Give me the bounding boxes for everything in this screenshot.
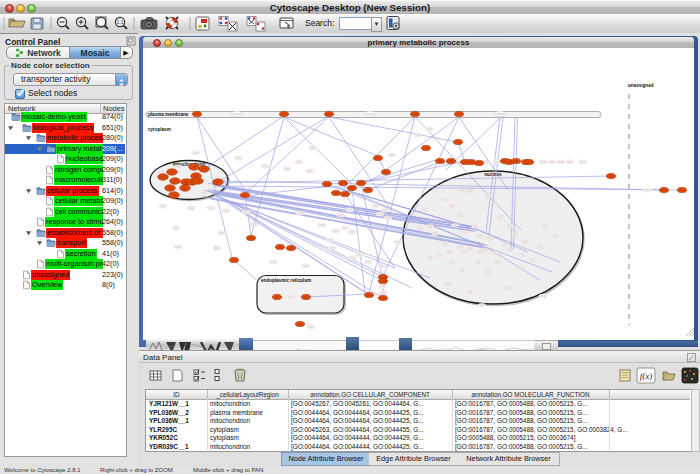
svg-text:plasma membrane: plasma membrane <box>148 112 189 117</box>
svg-text:endoplasmic reticulum: endoplasmic reticulum <box>261 278 311 283</box>
svg-text:f(x): f(x) <box>640 371 653 381</box>
svg-text:1:1: 1:1 <box>117 19 124 25</box>
svg-text:unassigned: unassigned <box>628 83 654 88</box>
svg-text:Search:: Search: <box>305 18 334 28</box>
svg-text:cytoplasm: cytoplasm <box>148 127 171 132</box>
